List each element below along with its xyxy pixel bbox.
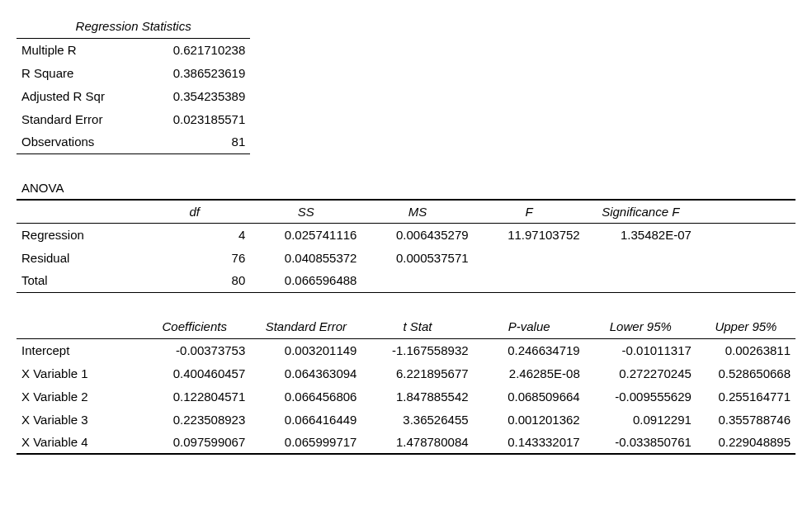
regstats-row-label: Multiple R (17, 38, 139, 61)
coef-cell: -0.033850761 (585, 431, 696, 454)
coef-cell: 0.003201149 (250, 338, 361, 361)
coef-cell: 0.246634719 (474, 338, 585, 361)
coef-cell: 0.064363094 (250, 361, 361, 385)
regstats-row-label: R Square (17, 61, 139, 84)
anova-cell: 80 (139, 269, 250, 292)
anova-header-df: df (139, 200, 250, 223)
coef-cell: 0.255164771 (696, 385, 795, 408)
anova-cell (474, 246, 585, 269)
anova-cell: 0.066596488 (250, 269, 361, 292)
coef-cell: -0.009555629 (585, 385, 696, 408)
coef-row-label: X Variable 4 (17, 431, 139, 454)
coef-header-lower: Lower 95% (585, 315, 696, 338)
coef-cell: 0.122804571 (139, 385, 250, 408)
coef-cell: 0.223508923 (139, 408, 250, 431)
coef-header-pval: P-value (474, 315, 585, 338)
regstats-row-value: 81 (139, 130, 250, 153)
anova-cell: 4 (139, 223, 250, 246)
coef-cell: 0.528650668 (696, 361, 795, 385)
coef-header-upper: Upper 95% (696, 315, 795, 338)
coef-cell: 1.847885542 (361, 385, 473, 408)
coef-header-coef: Coefficients (139, 315, 250, 338)
coef-cell: 0.400460457 (139, 361, 250, 385)
coef-row-label: X Variable 1 (17, 361, 139, 385)
coef-cell: 0.065999717 (250, 431, 361, 454)
anova-row-label: Regression (17, 223, 139, 246)
anova-row-label: Residual (17, 246, 139, 269)
coef-cell: 0.229048895 (696, 431, 795, 454)
coef-header-tstat: t Stat (361, 315, 473, 338)
anova-header-ss: SS (250, 200, 361, 223)
anova-cell: 0.040855372 (250, 246, 361, 269)
anova-cell: 76 (139, 246, 250, 269)
coef-cell: -0.00373753 (139, 338, 250, 361)
coef-row-label: X Variable 3 (17, 408, 139, 431)
regstats-row-value: 0.621710238 (139, 38, 250, 61)
coef-row-label: Intercept (17, 338, 139, 361)
coef-cell: 6.221895677 (361, 361, 473, 385)
anova-header-sigf: Significance F (585, 200, 696, 223)
anova-cell (585, 246, 696, 269)
anova-cell: 0.006435279 (361, 223, 473, 246)
coef-cell: 1.478780084 (361, 431, 473, 454)
regstats-row-label: Observations (17, 130, 139, 153)
coef-cell: 3.36526455 (361, 408, 473, 431)
coef-cell: 0.355788746 (696, 408, 795, 431)
coef-cell: -0.01011317 (585, 338, 696, 361)
anova-header-f: F (474, 200, 585, 223)
coef-row-label: X Variable 2 (17, 385, 139, 408)
anova-cell: 1.35482E-07 (585, 223, 696, 246)
regression-output: Regression Statistics Multiple R 0.62171… (0, 0, 812, 470)
anova-cell (585, 269, 696, 292)
regstats-row-label: Adjusted R Sqr (17, 84, 139, 107)
coef-cell: 2.46285E-08 (474, 361, 585, 385)
anova-cell: 11.97103752 (474, 223, 585, 246)
regstats-row-label: Standard Error (17, 107, 139, 130)
coef-cell: 0.066416449 (250, 408, 361, 431)
regression-table: Regression Statistics Multiple R 0.62171… (17, 15, 795, 455)
coef-cell: 0.001201362 (474, 408, 585, 431)
regstats-row-value: 0.023185571 (139, 107, 250, 130)
coef-cell: 0.066456806 (250, 385, 361, 408)
anova-header-ms: MS (361, 200, 473, 223)
anova-cell: 0.000537571 (361, 246, 473, 269)
anova-cell: 0.025741116 (250, 223, 361, 246)
coef-cell: 0.272270245 (585, 361, 696, 385)
anova-cell (474, 269, 585, 292)
coef-cell: 0.097599067 (139, 431, 250, 454)
coef-cell: 0.0912291 (585, 408, 696, 431)
coef-cell: 0.068509664 (474, 385, 585, 408)
regstats-row-value: 0.354235389 (139, 84, 250, 107)
anova-title: ANOVA (17, 177, 139, 200)
anova-cell (361, 269, 473, 292)
coef-cell: -1.167558932 (361, 338, 473, 361)
anova-row-label: Total (17, 269, 139, 292)
coef-cell: 0.00263811 (696, 338, 795, 361)
coef-cell: 0.143332017 (474, 431, 585, 454)
regstats-title: Regression Statistics (17, 15, 250, 38)
regstats-row-value: 0.386523619 (139, 61, 250, 84)
coef-header-se: Standard Error (250, 315, 361, 338)
